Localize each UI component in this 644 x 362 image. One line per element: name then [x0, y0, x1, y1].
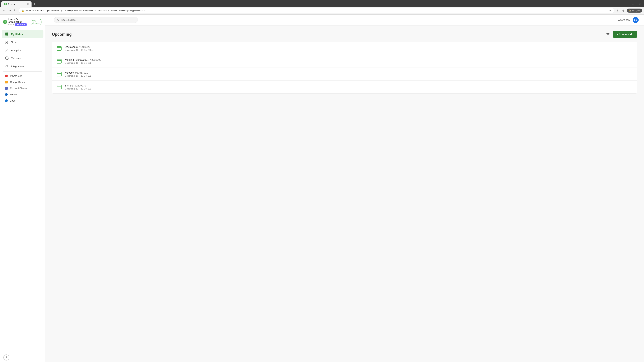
tab-favicon: S: [4, 3, 7, 5]
svg-rect-14: [57, 46, 62, 50]
event-name: Sample #2329970: [65, 84, 624, 87]
org-role-label: Owner: [8, 23, 14, 26]
event-item[interactable]: Meeting - 10/10/2024 #3333392 Upcoming: …: [52, 55, 637, 68]
event-more-button[interactable]: ⋮: [627, 58, 633, 64]
org-name: Lauren's organization: [8, 18, 27, 23]
event-id: #3333392: [90, 58, 101, 61]
svg-rect-3: [7, 32, 8, 34]
powerpoint-dot: [5, 75, 8, 77]
minimize-button[interactable]: ─: [624, 2, 630, 6]
extensions-button[interactable]: ⚙: [621, 8, 626, 13]
webex-dot: [5, 93, 8, 96]
svg-rect-2: [5, 32, 7, 34]
event-calendar-icon: [56, 58, 62, 64]
event-info: Sample #2329970 Upcoming: 11 – 12 Oct 20…: [65, 84, 624, 90]
browser-tab[interactable]: S Events ✕: [1, 1, 32, 7]
svg-rect-22: [57, 72, 62, 76]
sidebar-item-team[interactable]: Team: [2, 38, 44, 46]
sidebar-item-microsoft-teams[interactable]: Microsoft Teams: [2, 85, 44, 91]
event-id: #1480327: [79, 45, 90, 48]
search-bar[interactable]: [54, 17, 138, 23]
incognito-label: Incognito: [632, 9, 640, 12]
event-id: #2329970: [75, 84, 86, 87]
downloads-button[interactable]: ⬇: [616, 8, 620, 13]
main-actions: + Create slido: [605, 31, 637, 38]
event-name: Moodoy #37867021: [65, 71, 624, 74]
incognito-badge: 🕵 Incognito: [627, 8, 642, 12]
team-icon: [5, 40, 9, 44]
svg-point-7: [8, 41, 8, 42]
event-item[interactable]: Sample #2329970 Upcoming: 11 – 12 Oct 20…: [52, 81, 637, 93]
tutorials-icon: ?: [5, 56, 9, 60]
new-interface-button[interactable]: New interface: [30, 19, 42, 25]
event-info: Moodoy #37867021 Upcoming: 10 – 13 Oct 2…: [65, 71, 624, 77]
analytics-icon: [5, 48, 9, 52]
create-slido-button[interactable]: + Create slido: [613, 31, 637, 38]
search-icon: [57, 18, 60, 21]
help-button[interactable]: ?: [3, 355, 10, 361]
integration-label: Webex: [10, 93, 17, 96]
upgrade-badge[interactable]: UPGRADE: [15, 23, 27, 26]
whats-new-button[interactable]: What's new: [618, 18, 630, 21]
app-topbar: What's new LD: [45, 14, 644, 25]
sidebar-item-label: Team: [11, 41, 17, 43]
sidebar-item-label: My Slidos: [11, 33, 23, 35]
sidebar-item-my-slidos[interactable]: My Slidos: [2, 30, 44, 38]
sidebar-item-label: Analytics: [11, 49, 21, 52]
tab-title: Events: [8, 3, 15, 5]
sidebar-logo-area: S Lauren's organization Owner UPGRADE Ne…: [0, 14, 45, 28]
event-more-button[interactable]: ⋮: [627, 84, 633, 90]
sidebar-item-webex[interactable]: Webex: [2, 91, 44, 97]
org-role-row: Owner UPGRADE: [8, 23, 27, 26]
org-info: Lauren's organization Owner UPGRADE: [8, 18, 27, 26]
svg-rect-26: [57, 85, 62, 89]
event-more-button[interactable]: ⋮: [627, 71, 633, 77]
svg-text:?: ?: [6, 57, 8, 59]
event-calendar-icon: [56, 84, 62, 90]
zoom-dot: [5, 99, 8, 102]
event-more-button[interactable]: ⋮: [627, 45, 633, 51]
integration-label: Google Slides: [10, 81, 25, 83]
sidebar-item-tutorials[interactable]: ? Tutorials: [2, 54, 44, 62]
browser-chrome: S Events ✕ + ─ ▭ ✕ ← → ↻ 🔒 admin.sli.do/…: [0, 0, 644, 14]
sidebar-item-google-slides[interactable]: Google Slides: [2, 79, 44, 85]
integration-label: Microsoft Teams: [10, 87, 27, 90]
svg-rect-4: [5, 34, 7, 35]
sidebar-item-zoom[interactable]: Zoom: [2, 98, 44, 104]
event-info: Developers #1480327 Upcoming: 10 – 13 Oc…: [65, 45, 624, 51]
events-list: Developers #1480327 Upcoming: 10 – 13 Oc…: [52, 42, 637, 93]
close-button[interactable]: ✕: [636, 2, 643, 6]
sidebar-item-analytics[interactable]: Analytics: [2, 46, 44, 54]
sidebar-footer: ?: [0, 352, 45, 362]
app-container: S Lauren's organization Owner UPGRADE Ne…: [0, 14, 644, 362]
integration-label: PowerPoint: [10, 75, 22, 77]
new-tab-button[interactable]: +: [32, 1, 37, 7]
browser-actions: ⬇ ⚙ 🕵 Incognito: [616, 8, 642, 13]
event-name: Developers #1480327: [65, 45, 624, 48]
tab-close-button[interactable]: ✕: [27, 3, 29, 5]
page-title: Upcoming: [52, 32, 72, 37]
maximize-button[interactable]: ▭: [630, 2, 636, 6]
sidebar-item-powerpoint[interactable]: PowerPoint: [2, 73, 44, 79]
svg-point-6: [6, 41, 7, 42]
event-title: Sample: [65, 84, 74, 87]
address-bar[interactable]: 🔒 admin.sli.do/events?_gl=1*23hhvy*_gcl_…: [18, 8, 614, 13]
event-item[interactable]: Developers #1480327 Upcoming: 10 – 13 Oc…: [52, 42, 637, 55]
sidebar-item-integrations[interactable]: Integrations: [2, 62, 44, 70]
search-input[interactable]: [62, 18, 135, 21]
event-id: #37867021: [75, 71, 88, 74]
filter-button[interactable]: [605, 32, 611, 37]
sidebar-item-label: Tutorials: [11, 57, 21, 60]
back-button[interactable]: ←: [2, 8, 6, 13]
forward-button[interactable]: →: [8, 8, 12, 13]
filter-icon: [606, 33, 610, 36]
sidebar: S Lauren's organization Owner UPGRADE Ne…: [0, 14, 45, 362]
svg-rect-18: [57, 59, 62, 63]
browser-toolbar: ← → ↻ 🔒 admin.sli.do/events?_gl=1*23hhvy…: [0, 7, 644, 14]
svg-rect-5: [7, 34, 8, 35]
user-avatar[interactable]: LD: [632, 17, 639, 23]
sidebar-nav: My Slidos Team: [0, 28, 45, 352]
event-item[interactable]: Moodoy #37867021 Upcoming: 10 – 13 Oct 2…: [52, 68, 637, 81]
slido-logo: S: [3, 18, 7, 26]
refresh-button[interactable]: ↻: [14, 8, 17, 13]
